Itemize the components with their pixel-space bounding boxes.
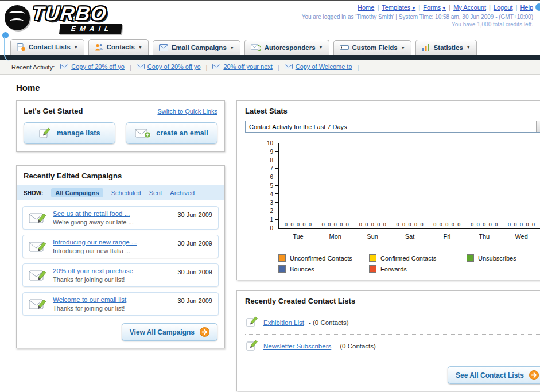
tab-custom-fields[interactable]: Custom Fields▼ [333,40,411,55]
recent-activity-link[interactable]: 20% off your next [223,63,272,70]
campaign-subtitle: Thanks for joining our list! [53,305,172,312]
x-axis-label: Tue [279,233,317,240]
y-axis-label: 0 [258,225,273,231]
legend-swatch [467,254,474,262]
y-axis-label: 5 [258,183,273,189]
top-link-forms[interactable]: Forms▼ [423,4,446,11]
envelope-small-icon [212,64,220,69]
campaign-filter-archived[interactable]: Archived [170,189,195,196]
recent-activity-bar: Recent Activity: Copy of 20% off yo|Copy… [0,60,540,75]
contact-list-link[interactable]: Newsletter Subscribers [263,343,331,350]
chevron-down-icon: ▼ [74,45,78,49]
legend-item: Bounces [278,265,369,273]
manage-lists-button[interactable]: manage lists [24,122,115,144]
select-dropdown-button[interactable]: ▼ [536,121,540,132]
main-nav-tabs: Contact Lists▼Contacts▼Email Campaigns▼A… [0,37,540,55]
tab-label: Contact Lists [29,44,71,51]
envelope-pencil-icon [29,269,47,282]
legend-swatch [369,265,376,273]
stats-period-select[interactable]: Contact Activity for the Last 7 Days ▼ [245,121,540,133]
top-link-templates[interactable]: Templates▼ [382,4,415,11]
decorative-dot-icon [535,3,540,11]
tab-email-campaigns[interactable]: Email Campaigns▼ [153,40,240,55]
top-link-my-account[interactable]: My Account [453,4,486,11]
campaign-text: 20% off your next purchaseThanks for joi… [53,267,172,283]
recent-activity-item[interactable]: Copy of 20% off yo [137,63,201,70]
chevron-down-icon: ▼ [401,46,405,50]
tab-autoresponders[interactable]: Autoresponders▼ [244,40,329,55]
recent-activity-item[interactable]: Copy of Welcome to [285,63,352,70]
nav-divider-bar [0,55,540,60]
y-axis-tick [275,151,278,152]
bar-group: 0 0 0 0 0Sun [354,143,391,228]
y-axis-label: 10 [258,140,273,146]
contact-activity-chart: 0123456789100 0 0 0 0Tue0 0 0 0 0Mon0 0 … [253,143,540,250]
top-link-home[interactable]: Home [358,4,374,11]
campaign-filters-bar: SHOW: All CampaignsScheduledSentArchived [17,185,224,200]
decorative-tail [4,37,10,61]
y-axis-tick [275,185,278,186]
y-axis-label: 7 [258,165,273,172]
campaign-subtitle: Thanks for joining our list! [53,276,172,283]
campaign-filter-all-campaigns[interactable]: All Campaigns [51,188,103,197]
footer-divider [0,381,540,381]
chevron-down-icon: ▼ [230,46,234,50]
contact-list-item[interactable]: Newsletter Subscribers- (0 Contacts) [245,335,540,358]
y-axis-tick [275,177,278,177]
campaign-list-item[interactable]: 20% off your next purchaseThanks for joi… [22,263,219,287]
y-axis-label: 6 [258,174,273,180]
chevron-down-icon: ▼ [138,45,142,49]
campaign-list-item[interactable]: See us at the retail food ...We're givin… [22,206,219,230]
chevron-down-icon: ▼ [319,45,323,49]
tab-label: Autoresponders [265,44,316,51]
campaign-filter-scheduled[interactable]: Scheduled [111,189,141,196]
recent-activity-link[interactable]: Copy of Welcome to [296,63,352,70]
show-label: SHOW: [24,190,43,196]
custom-fields-icon [340,44,349,51]
button-label: View All Campaigns [130,328,195,336]
y-axis-label: 1 [258,216,273,223]
legend-label: Confirmed Contacts [380,255,436,262]
get-started-panel: Let's Get Started Switch to Quick Links … [16,100,225,152]
page-title: Home [16,83,524,92]
recent-activity-item[interactable]: 20% off your next [212,63,272,70]
bar-value-labels: 0 0 0 0 0 [465,222,503,227]
campaign-title-link[interactable]: See us at the retail food ... [53,210,172,217]
campaign-list-item[interactable]: Introducing our new range ...Introducing… [22,235,219,258]
envelope-small-icon [60,64,68,69]
contact-list-item[interactable]: Exhibition List- (0 Contacts) [245,311,540,335]
tab-contacts[interactable]: Contacts▼ [88,39,149,55]
view-all-campaigns-button[interactable]: View All Campaigns [122,323,217,341]
campaign-filter-sent[interactable]: Sent [149,189,162,196]
campaign-title-link[interactable]: 20% off your next purchase [53,267,172,274]
recent-activity-link[interactable]: Copy of 20% off yo [71,63,125,70]
legend-label: Forwards [380,266,407,273]
recent-activity-item[interactable]: Copy of 20% off yo [60,63,125,70]
top-link-logout[interactable]: Logout [494,4,513,11]
legend-swatch [278,254,286,262]
link-separator: | [489,4,491,11]
campaign-date: 30 Jun 2009 [177,211,212,218]
x-axis-label: Sun [354,233,391,240]
bar-group: 0 0 0 0 0Wed [503,143,540,228]
link-separator: | [418,4,420,11]
contact-list-link[interactable]: Exhibition List [263,319,304,326]
y-axis-tick [275,228,278,228]
switch-quick-links-link[interactable]: Switch to Quick Links [157,108,217,115]
campaign-title-link[interactable]: Introducing our new range ... [53,239,172,246]
create-an-email-button[interactable]: create an email [126,122,217,144]
x-axis-label: Mon [317,233,354,240]
campaign-title-link[interactable]: Welcome to our email list [53,296,172,303]
latest-stats-panel: Latest Stats Contact Activity for the La… [236,100,540,280]
recent-activity-link[interactable]: Copy of 20% off yo [147,63,201,70]
legend-label: Bounces [290,266,314,273]
see-all-contact-lists-button[interactable]: See All Contact Lists [448,366,540,384]
chart-plot-area: 0123456789100 0 0 0 0Tue0 0 0 0 0Mon0 0 … [278,143,540,229]
top-link-help[interactable]: Help [520,4,533,11]
campaign-list-item[interactable]: Welcome to our email listThanks for join… [22,292,219,316]
tab-statistics[interactable]: Statistics▼ [415,40,477,55]
envelope-plus-icon [135,128,151,138]
campaign-filter-tabs: All CampaignsScheduledSentArchived [51,188,195,197]
recent-activity-label: Recent Activity: [11,64,55,71]
tab-contact-lists[interactable]: Contact Lists▼ [10,39,84,55]
